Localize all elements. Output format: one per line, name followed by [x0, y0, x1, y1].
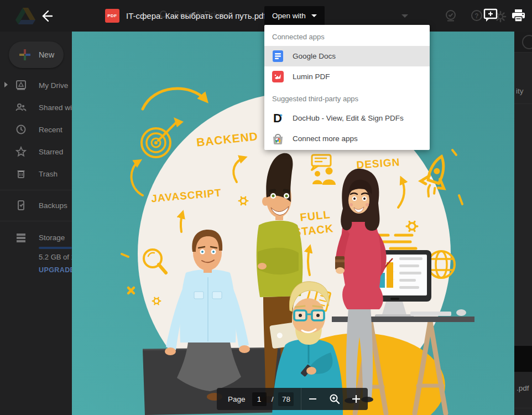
- sidebar-item-storage[interactable]: Storage: [0, 226, 72, 248]
- selected-file-row: [514, 346, 532, 372]
- upgrade-storage-link[interactable]: UPGRADE: [39, 266, 72, 274]
- plus-icon: [352, 395, 361, 403]
- background-text-fragment: ity: [516, 87, 524, 95]
- menu-item-lumin-pdf[interactable]: Lumin PDF: [264, 66, 430, 87]
- menu-item-label: Connect more apps: [293, 134, 358, 143]
- sidebar-divider: [0, 190, 72, 190]
- my-drive-icon: [15, 80, 27, 91]
- clock-icon: [15, 124, 27, 135]
- open-with-button[interactable]: Open with: [264, 6, 325, 25]
- zoom-out-button[interactable]: [301, 388, 324, 410]
- trash-icon: [15, 168, 27, 179]
- storage-icon: [15, 232, 27, 243]
- sidebar-divider: [0, 221, 72, 221]
- dochub-icon: D: [272, 112, 284, 124]
- pdf-viewer-screen: BACKEND JAVASCRIPT DESIGN FULL STACK: [0, 0, 532, 415]
- offline-check-icon[interactable]: [444, 9, 457, 22]
- sidebar-label: Recent: [39, 126, 62, 134]
- zoom-in-magnifier-icon: [329, 393, 340, 404]
- sidebar-item-my-drive[interactable]: My Drive: [0, 74, 72, 96]
- print-icon[interactable]: [511, 8, 526, 23]
- sidebar-item-shared[interactable]: Shared wit: [0, 96, 72, 118]
- menu-item-dochub[interactable]: D DocHub - View, Edit & Sign PDFs: [264, 108, 430, 128]
- pdf-badge-text: PDF: [107, 13, 117, 18]
- search-icon: [159, 10, 169, 20]
- sidebar-label: Storage: [39, 234, 65, 242]
- chevron-down-icon: [311, 14, 317, 17]
- page-number-input[interactable]: 1: [252, 392, 267, 406]
- background-header: [514, 32, 532, 53]
- sidebar-label: My Drive: [39, 81, 68, 90]
- sidebar-item-recent[interactable]: Recent: [0, 118, 72, 141]
- storage-used-text: 5.2 GB of 1: [39, 253, 72, 261]
- sidebar-item-backups[interactable]: Backups: [0, 194, 72, 216]
- sidebar-item-trash[interactable]: Trash: [0, 163, 72, 185]
- star-icon: [15, 146, 27, 157]
- background-file-list: ity .pdf: [514, 32, 532, 415]
- drive-logo: [15, 7, 35, 24]
- zoom-tool-button[interactable]: [325, 388, 345, 410]
- page-separator: /: [272, 395, 274, 403]
- phone-check-icon: [15, 200, 27, 211]
- people-icon: [15, 102, 27, 113]
- menu-item-connect-more[interactable]: Connect more apps: [264, 128, 430, 149]
- page-toolbar: Page 1 / 78: [217, 388, 368, 410]
- svg-text:D: D: [273, 112, 282, 124]
- sidebar-label: Trash: [39, 170, 58, 178]
- menu-item-google-docs[interactable]: Google Docs: [264, 46, 430, 66]
- open-with-label: Open with: [272, 12, 306, 20]
- menu-item-label: Google Docs: [293, 52, 336, 60]
- back-arrow-button[interactable]: [39, 8, 55, 24]
- sidebar-label: Shared wit: [39, 103, 72, 112]
- add-comment-icon[interactable]: [483, 8, 498, 23]
- new-button-label: New: [39, 50, 54, 59]
- row-divider: [514, 103, 532, 104]
- lumin-pdf-icon: [272, 71, 284, 82]
- menu-item-label: DocHub - View, Edit & Sign PDFs: [293, 114, 404, 122]
- new-button[interactable]: New: [9, 42, 64, 68]
- menu-item-label: Lumin PDF: [293, 72, 330, 81]
- background-search-bar: Search Drive: [159, 10, 225, 20]
- menu-section-connected: Connected apps: [264, 25, 430, 46]
- google-docs-icon: [272, 50, 284, 62]
- background-dropdown-arrow: [401, 14, 408, 18]
- sidebar-label: Backups: [39, 201, 67, 210]
- minus-icon: [309, 398, 316, 400]
- expand-arrow-icon[interactable]: [4, 82, 8, 87]
- svg-text:?: ?: [474, 12, 478, 20]
- background-filename-fragment: .pdf: [517, 384, 529, 392]
- storage-progress-bar: [39, 247, 72, 249]
- row-divider: [514, 408, 532, 408]
- open-with-menu: Connected apps Google Docs Lumin PDF Sug…: [264, 25, 430, 150]
- help-icon[interactable]: ?: [470, 9, 483, 22]
- page-label: Page: [228, 395, 246, 403]
- search-hint-text: Search Drive: [174, 10, 225, 20]
- sidebar-label: Starred: [39, 148, 63, 156]
- multicolor-plus-icon: [19, 49, 31, 61]
- menu-section-suggested: Suggested third-party apps: [264, 87, 430, 108]
- avatar-partial: [522, 35, 532, 49]
- zoom-in-button[interactable]: [345, 388, 368, 410]
- sidebar-item-starred[interactable]: Starred: [0, 141, 72, 163]
- drive-sidebar: New My Drive Shared wit: [0, 32, 72, 415]
- pdf-file-icon: PDF: [105, 9, 119, 23]
- page-total: 78: [278, 392, 294, 406]
- web-store-icon: [272, 133, 284, 144]
